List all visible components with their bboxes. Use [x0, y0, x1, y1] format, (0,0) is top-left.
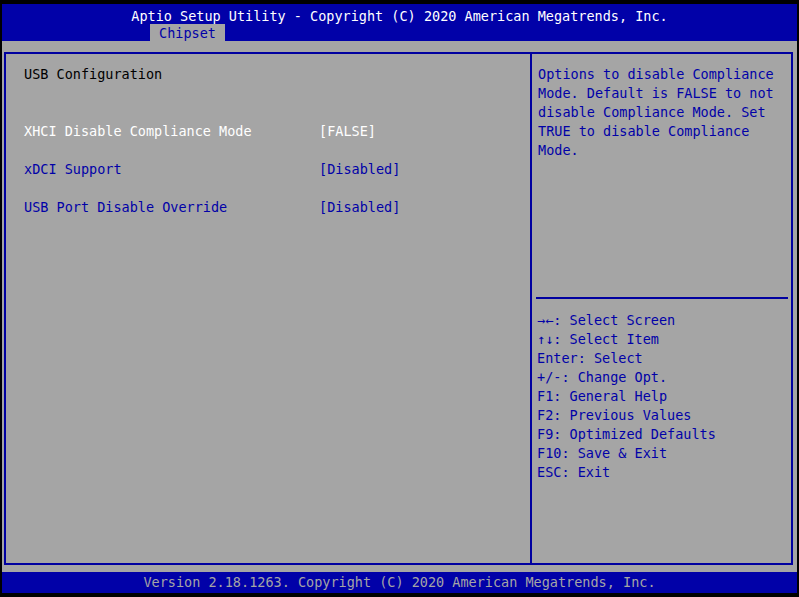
menu-item-label: xDCI Support [24, 160, 122, 179]
app-title: Aptio Setup Utility - Copyright (C) 2020… [2, 4, 797, 24]
hotkey-legend-item: +/-: Change Opt. [537, 368, 791, 387]
bios-inner-area: Aptio Setup Utility - Copyright (C) 2020… [2, 4, 797, 593]
status-bar: Version 2.18.1263. Copyright (C) 2020 Am… [2, 572, 797, 593]
menu-item-label: XHCI Disable Compliance Mode [24, 122, 252, 141]
hotkey-legend-item: ESC: Exit [537, 463, 791, 482]
menu-item-label: USB Port Disable Override [24, 198, 227, 217]
hotkey-legend-item: F1: General Help [537, 387, 791, 406]
hotkey-legend-item: F10: Save & Exit [537, 444, 791, 463]
menu-item[interactable]: USB Port Disable Override [Disabled] [6, 198, 530, 236]
legend-divider [536, 297, 788, 299]
menu-item[interactable]: XHCI Disable Compliance Mode [FALSE] [6, 122, 530, 160]
setup-panel: USB Configuration XHCI Disable Complianc… [4, 52, 793, 565]
bios-screen: Aptio Setup Utility - Copyright (C) 2020… [0, 0, 799, 597]
menu-item[interactable]: xDCI Support [Disabled] [6, 160, 530, 198]
hotkey-legend-item: Enter: Select [537, 349, 791, 368]
hotkey-legend: →←: Select Screen ↑↓: Select Item Enter:… [537, 311, 791, 482]
help-text: Options to disable Compliance Mode. Defa… [538, 65, 790, 160]
settings-menu: XHCI Disable Compliance Mode [FALSE] xDC… [6, 122, 530, 236]
tab-row: Chipset [2, 24, 797, 41]
main-area: USB Configuration XHCI Disable Complianc… [2, 41, 797, 572]
hotkey-legend-item: F9: Optimized Defaults [537, 425, 791, 444]
section-heading: USB Configuration [24, 65, 162, 84]
menu-item-value[interactable]: [Disabled] [319, 160, 400, 179]
title-bar: Aptio Setup Utility - Copyright (C) 2020… [2, 4, 797, 41]
menu-item-value[interactable]: [FALSE] [319, 122, 376, 141]
tab-chipset[interactable]: Chipset [150, 24, 225, 41]
hotkey-legend-item: F2: Previous Values [537, 406, 791, 425]
menu-item-value[interactable]: [Disabled] [319, 198, 400, 217]
hotkey-legend-item: ↑↓: Select Item [537, 330, 791, 349]
pane-divider [530, 54, 532, 563]
hotkey-legend-item: →←: Select Screen [537, 311, 791, 330]
